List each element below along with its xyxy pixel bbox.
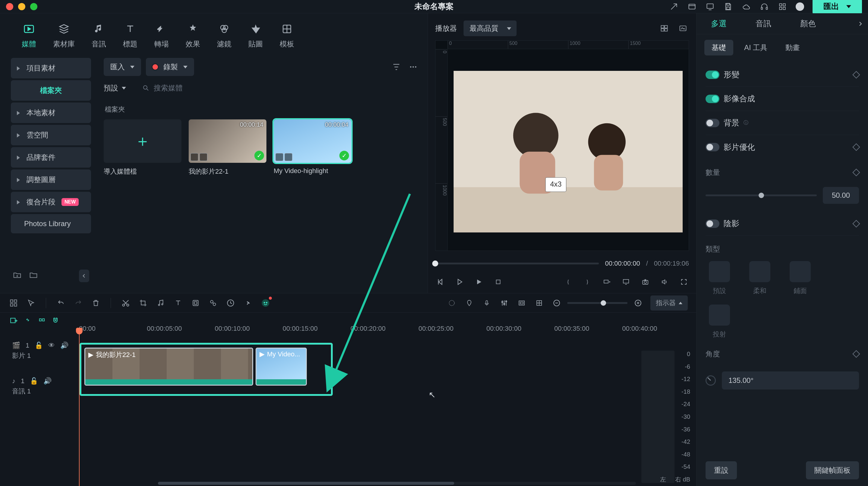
shadow-type-soft[interactable]: 柔和 (746, 261, 774, 296)
collapse-sidebar-button[interactable] (79, 270, 89, 282)
eye-icon[interactable]: 👁 (48, 342, 55, 350)
toggle-transform[interactable] (706, 70, 719, 79)
marker-tool[interactable] (464, 298, 474, 308)
ai-tool[interactable] (260, 298, 271, 308)
keyframe-icon[interactable] (852, 169, 860, 176)
sidebar-folders[interactable]: 檔案夾 (11, 80, 91, 101)
zoom-out-button[interactable] (552, 298, 562, 308)
angle-value[interactable]: 135.00° (722, 371, 859, 390)
clip-1[interactable]: ▶我的影片22-1 (84, 347, 253, 386)
snapshot-button[interactable] (640, 277, 650, 287)
sidebar-project-assets[interactable]: 項目素材 (11, 58, 91, 79)
sidebar-cloud[interactable]: 雲空間 (11, 125, 91, 145)
search-input[interactable]: 搜索媒體 (135, 83, 419, 93)
avatar[interactable] (796, 2, 804, 11)
play-pause-button[interactable] (455, 277, 465, 287)
export-button[interactable]: 匯出 (812, 0, 862, 15)
more-tools[interactable] (243, 298, 253, 308)
mic-tool[interactable] (482, 298, 492, 308)
layout-icon[interactable] (8, 298, 19, 308)
clip-2[interactable]: ▶My Video... (255, 347, 307, 386)
video-track-icon[interactable]: 🎬 (12, 342, 20, 350)
subtab-ai[interactable]: AI 工具 (737, 40, 775, 56)
import-dropdown[interactable]: 匯入 (104, 58, 141, 76)
cloud-icon[interactable] (741, 2, 751, 11)
ribbon-filters[interactable]: 濾鏡 (217, 22, 231, 49)
subtab-basic[interactable]: 基礎 (704, 40, 733, 56)
angle-dial[interactable] (706, 375, 716, 386)
music-tool[interactable] (156, 298, 166, 308)
add-track-icon[interactable] (10, 316, 18, 326)
reset-button[interactable]: 重設 (706, 461, 737, 479)
sidebar-adjust[interactable]: 調整圖層 (11, 170, 91, 190)
shadow-type-cast[interactable]: 投射 (706, 304, 733, 339)
ribbon-stock[interactable]: 素材庫 (53, 22, 75, 49)
sidebar-brand[interactable]: 品牌套件 (11, 147, 91, 168)
volume-button[interactable] (659, 277, 670, 287)
media-card-1[interactable]: 00:00:14 ✓ 我的影片22-1 (189, 119, 267, 176)
fullscreen-button[interactable] (679, 277, 689, 287)
speaker-icon[interactable]: 🔊 (43, 377, 52, 385)
snap-tool[interactable] (534, 298, 544, 308)
ribbon-effects[interactable]: 效果 (186, 22, 200, 49)
timeline-scrollbar[interactable] (158, 482, 636, 485)
zoom-window[interactable] (30, 3, 37, 10)
sidebar-compound[interactable]: 復合片段NEW (11, 192, 91, 212)
keyframe-icon[interactable] (852, 71, 860, 79)
close-window[interactable] (6, 3, 13, 10)
media-icon[interactable] (687, 2, 697, 11)
toggle-compose[interactable] (706, 95, 719, 103)
save-icon[interactable] (723, 2, 733, 11)
display-button[interactable] (621, 277, 631, 287)
new-folder-icon[interactable] (13, 271, 22, 281)
folder-icon[interactable] (29, 271, 38, 281)
record-dropdown[interactable]: 錄製 (146, 58, 194, 76)
ribbon-stickers[interactable]: 貼圖 (248, 22, 263, 49)
timeline-tracks[interactable]: ▶我的影片22-1 ▶My Video... ↖ (79, 330, 696, 486)
ribbon-titles[interactable]: 標題 (123, 22, 137, 49)
toggle-background[interactable] (706, 119, 719, 127)
mask-tool[interactable] (190, 298, 201, 308)
more-icon[interactable] (407, 61, 419, 73)
toggle-shadow[interactable] (706, 219, 719, 228)
keyframe-icon[interactable] (852, 220, 860, 227)
keyframe-icon[interactable] (852, 143, 860, 151)
frame-tool[interactable] (517, 298, 527, 308)
preview-scrubber[interactable] (435, 263, 599, 265)
selected-clips[interactable]: ▶我的影片22-1 ▶My Video... (80, 343, 333, 396)
shadow-type-fill[interactable]: 鋪面 (786, 261, 814, 296)
speaker-icon[interactable]: 🔊 (60, 342, 68, 350)
undo-button[interactable] (56, 298, 66, 308)
import-media-card[interactable]: ＋ 導入媒體檔 (104, 119, 181, 176)
scope-icon[interactable] (677, 22, 689, 34)
tab-audio[interactable]: 音訊 (741, 13, 786, 34)
link-track-icon[interactable] (24, 316, 32, 326)
zoom-in-button[interactable] (633, 298, 643, 308)
count-slider[interactable] (706, 194, 817, 196)
crop-button[interactable] (138, 298, 148, 308)
keyframe-icon[interactable] (852, 350, 860, 358)
sidebar-photos-library[interactable]: Photos Library (11, 214, 91, 233)
ribbon-audio[interactable]: 音訊 (92, 22, 106, 49)
share-icon[interactable] (669, 2, 679, 11)
lock-icon[interactable]: 🔓 (35, 342, 43, 350)
view-grid-icon[interactable] (658, 22, 670, 34)
media-card-2[interactable]: 00:00:04 ✓ My Video-highlight (274, 119, 351, 176)
magnet-icon[interactable] (52, 316, 59, 326)
delete-button[interactable] (91, 298, 101, 308)
tab-multi-select[interactable]: 多選 (696, 13, 741, 34)
ribbon-templates[interactable]: 模板 (280, 22, 294, 49)
lock-icon[interactable]: 🔓 (30, 377, 38, 385)
indicator-dropdown[interactable]: 指示器 (650, 296, 688, 310)
cut-button[interactable] (121, 298, 131, 308)
filter-icon[interactable] (390, 61, 402, 73)
aspect-dropdown[interactable] (601, 277, 612, 287)
subtab-anim[interactable]: 動畫 (778, 40, 807, 56)
speed-tool[interactable] (225, 298, 236, 308)
link-tool[interactable] (208, 298, 218, 308)
quality-dropdown[interactable]: 最高品質 (464, 21, 517, 36)
tab-color[interactable]: 顏色 (786, 13, 830, 34)
marker-dot-icon[interactable] (447, 298, 457, 308)
stop-button[interactable] (493, 277, 503, 287)
sort-dropdown[interactable]: 預設 (104, 83, 126, 93)
